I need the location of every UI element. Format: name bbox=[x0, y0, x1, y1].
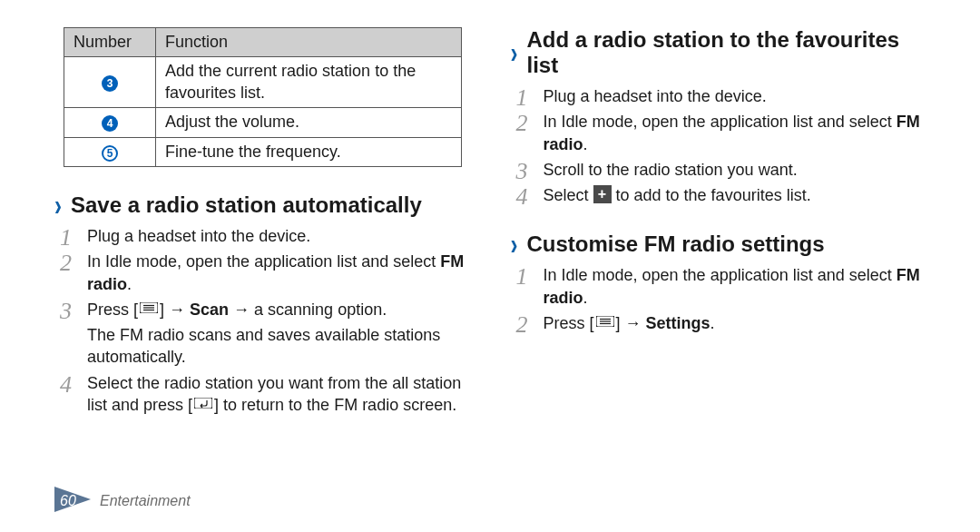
steps-add-favourite: Plug a headset into the device. In Idle … bbox=[516, 85, 931, 206]
step-item: Press [] → Scan → a scanning option. The… bbox=[60, 299, 475, 369]
table-header-function: Function bbox=[156, 28, 462, 57]
step-item: Scroll to the radio station you want. bbox=[516, 159, 931, 181]
step-text: . bbox=[583, 135, 588, 153]
step-text: . bbox=[127, 275, 132, 293]
step-item: Plug a headset into the device. bbox=[516, 85, 931, 107]
heading-text: Save a radio station automatically bbox=[71, 192, 422, 218]
step-item: Plug a headset into the device. bbox=[60, 225, 475, 247]
step-text: ] → bbox=[616, 314, 646, 332]
step-text: Press [ bbox=[87, 300, 138, 319]
footer-section: Entertainment bbox=[100, 493, 191, 509]
chevron-right-icon: › bbox=[511, 37, 518, 68]
step-text: → a scanning option. bbox=[229, 300, 387, 319]
step-item: Press [] → Settings. bbox=[516, 312, 931, 334]
step-text: Scroll to the radio station you want. bbox=[544, 161, 798, 179]
chevron-right-icon: › bbox=[54, 190, 62, 221]
plus-icon: + bbox=[593, 185, 612, 203]
number-badge-5: 5 bbox=[102, 145, 118, 162]
table-row: 4 Adjust the volume. bbox=[64, 108, 462, 137]
row-function-cell: Fine-tune the frequency. bbox=[156, 137, 462, 166]
step-text: In Idle mode, open the application list … bbox=[544, 113, 897, 131]
bold-scan: Scan bbox=[190, 300, 229, 319]
row-number-cell: 4 bbox=[64, 108, 156, 137]
step-item: Select the radio station you want from t… bbox=[60, 372, 475, 417]
step-text: to add to the favourites list. bbox=[612, 186, 811, 204]
heading-text: Add a radio station to the favourites li… bbox=[527, 27, 931, 78]
page-number: 60 bbox=[60, 493, 76, 509]
step-text: ] → bbox=[160, 300, 190, 319]
heading-customise: › Customise FM radio settings bbox=[511, 232, 931, 257]
number-badge-3: 3 bbox=[102, 75, 118, 92]
manual-page: Number Function 3 Add the current radio … bbox=[0, 0, 980, 532]
step-text: . bbox=[583, 289, 588, 307]
steps-customise: In Idle mode, open the application list … bbox=[516, 264, 931, 334]
step-text: Plug a headset into the device. bbox=[87, 227, 310, 245]
step-text: ] to return to the FM radio screen. bbox=[214, 396, 456, 414]
step-subtext: The FM radio scans and saves available s… bbox=[87, 324, 475, 369]
number-badge-4: 4 bbox=[102, 115, 118, 132]
table-header-row: Number Function bbox=[64, 28, 462, 57]
function-table: Number Function 3 Add the current radio … bbox=[64, 27, 462, 167]
row-function-cell: Add the current radio station to the fav… bbox=[156, 57, 462, 108]
right-column: › Add a radio station to the favourites … bbox=[511, 27, 931, 419]
step-text: In Idle mode, open the application list … bbox=[544, 266, 897, 284]
step-item: In Idle mode, open the application list … bbox=[60, 251, 475, 295]
steps-save-station: Plug a headset into the device. In Idle … bbox=[60, 225, 475, 416]
two-column-layout: Number Function 3 Add the current radio … bbox=[54, 27, 930, 419]
step-text: In Idle mode, open the application list … bbox=[87, 252, 440, 271]
menu-key-icon bbox=[594, 316, 616, 330]
left-column: Number Function 3 Add the current radio … bbox=[54, 27, 475, 419]
svg-rect-4 bbox=[194, 398, 212, 409]
bold-settings: Settings bbox=[646, 314, 710, 332]
table-row: 5 Fine-tune the frequency. bbox=[64, 137, 462, 166]
page-number-badge: 60 bbox=[54, 487, 91, 516]
step-text: Select bbox=[544, 186, 593, 204]
table-row: 3 Add the current radio station to the f… bbox=[64, 57, 462, 108]
chevron-right-icon: › bbox=[511, 230, 518, 261]
back-key-icon bbox=[192, 398, 214, 412]
step-text: . bbox=[710, 314, 715, 332]
heading-save-station: › Save a radio station automatically bbox=[54, 192, 475, 218]
step-text: Plug a headset into the device. bbox=[544, 87, 767, 105]
page-footer: 60 Entertainment bbox=[54, 487, 191, 516]
step-item: In Idle mode, open the application list … bbox=[516, 111, 931, 155]
heading-add-favourite: › Add a radio station to the favourites … bbox=[511, 27, 931, 78]
heading-text: Customise FM radio settings bbox=[527, 232, 825, 257]
step-text: Press [ bbox=[544, 314, 594, 332]
row-number-cell: 3 bbox=[64, 57, 156, 108]
menu-key-icon bbox=[138, 302, 160, 317]
step-item: In Idle mode, open the application list … bbox=[516, 264, 931, 309]
row-function-cell: Adjust the volume. bbox=[156, 108, 462, 137]
step-item: Select + to add to the favourites list. bbox=[516, 184, 931, 206]
table-header-number: Number bbox=[64, 28, 156, 57]
row-number-cell: 5 bbox=[64, 137, 156, 166]
